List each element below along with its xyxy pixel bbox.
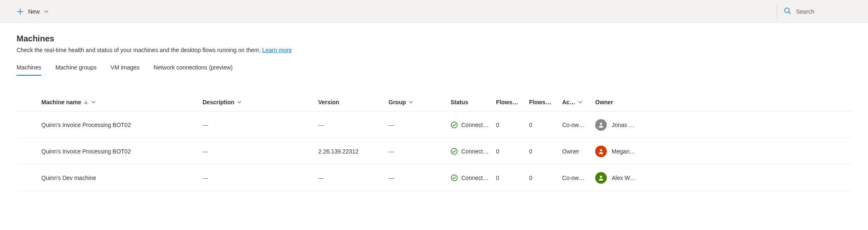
tab-machines[interactable]: Machines [17,61,41,76]
col-flows-queued-label: Flows… [529,99,551,105]
table-row[interactable]: Quinn's Invoice Processing BOT02—2.26.13… [17,138,851,165]
status-connected-icon [451,148,458,155]
plus-icon [17,8,24,15]
group-text: — [389,122,394,128]
page-subtitle: Check the real-time health and status of… [17,47,851,53]
cell-flows-running: 0 [496,148,529,155]
page-title: Machines [17,34,851,43]
cell-owner[interactable]: Jonas … [595,119,835,131]
flows-running-text: 0 [496,122,499,128]
cell-group: — [389,122,451,128]
col-access-label: Ac… [562,99,575,105]
flows-queued-text: 0 [529,175,532,181]
svg-point-2 [600,122,602,125]
group-text: — [389,148,394,155]
col-flows-running-label: Flows… [496,99,518,105]
command-bar-divider [777,5,777,18]
cell-machine-name[interactable]: Quinn's Dev machine [41,175,203,181]
svg-point-6 [600,175,602,177]
cell-status: Connect… [451,121,496,129]
new-button[interactable]: New [17,8,49,15]
svg-point-4 [600,149,602,151]
sort-asc-icon [83,100,88,105]
cell-flows-queued: 0 [529,148,562,155]
cell-description: — [203,122,318,128]
flows-running-text: 0 [496,148,499,155]
svg-point-5 [451,175,457,180]
chevron-down-icon [44,9,49,14]
avatar [595,119,607,131]
tab-netconn[interactable]: Network connections (preview) [154,61,233,76]
col-owner-label: Owner [595,99,613,105]
cell-status: Connect… [451,148,496,155]
search-icon [784,7,791,16]
status-text: Connect… [461,148,489,155]
col-machine-name[interactable]: Machine name [41,99,203,105]
avatar [595,146,607,157]
version-text: — [318,175,324,181]
flows-running-text: 0 [496,175,499,181]
col-status-label: Status [451,99,468,105]
col-owner[interactable]: Owner [595,99,835,105]
status-text: Connect… [461,175,489,181]
new-button-label: New [28,8,40,15]
tab-label: VM images [111,64,140,71]
tab-vmimages[interactable]: VM images [111,61,140,76]
chevron-down-icon [578,100,583,105]
page-subtitle-text: Check the real-time health and status of… [17,47,262,53]
owner-name-text: Alex W… [612,175,636,181]
col-machine-name-label: Machine name [41,99,81,105]
cell-access: Owner [562,148,595,155]
svg-point-1 [451,122,457,127]
col-version-label: Version [318,99,339,105]
svg-point-0 [785,8,789,12]
version-text: 2.26.139.22312 [318,148,358,155]
col-flows-running[interactable]: Flows… [496,99,529,105]
svg-point-3 [451,148,457,154]
col-description[interactable]: Description [203,99,318,105]
flows-queued-text: 0 [529,122,532,128]
col-version[interactable]: Version [318,99,389,105]
cell-flows-queued: 0 [529,175,562,181]
search-input[interactable]: Search [781,5,856,17]
description-text: — [203,122,208,128]
cell-owner[interactable]: Alex W… [595,172,835,184]
tabs: MachinesMachine groupsVM imagesNetwork c… [17,61,851,76]
cell-description: — [203,175,318,181]
tab-label: Network connections (preview) [154,64,233,71]
table-row[interactable]: Quinn's Invoice Processing BOT02———Conne… [17,112,851,138]
col-description-label: Description [203,99,234,105]
cell-machine-name[interactable]: Quinn's Invoice Processing BOT02 [41,148,203,155]
col-group-label: Group [389,99,406,105]
machines-table: Machine name Description Version Group [17,93,851,191]
cell-version: — [318,122,389,128]
version-text: — [318,122,324,128]
col-status[interactable]: Status [451,99,496,105]
flows-queued-text: 0 [529,148,532,155]
description-text: — [203,175,208,181]
cell-status: Connect… [451,174,496,182]
machine-name-text: Quinn's Invoice Processing BOT02 [41,122,131,128]
tab-groups[interactable]: Machine groups [55,61,97,76]
group-text: — [389,175,394,181]
status-text: Connect… [461,122,489,128]
cell-access: Co-ow… [562,175,595,181]
tab-label: Machines [17,64,41,71]
access-text: Co-ow… [562,122,584,128]
learn-more-link[interactable]: Learn more [262,47,292,53]
col-group[interactable]: Group [389,99,451,105]
col-flows-queued[interactable]: Flows… [529,99,562,105]
cell-owner[interactable]: Megan… [595,146,835,157]
col-access[interactable]: Ac… [562,99,595,105]
tab-label: Machine groups [55,64,97,71]
cell-flows-queued: 0 [529,122,562,128]
description-text: — [203,148,208,155]
cell-group: — [389,148,451,155]
cell-access: Co-ow… [562,122,595,128]
owner-name-text: Megan… [612,148,635,155]
cell-version: 2.26.139.22312 [318,148,389,155]
search-placeholder: Search [796,8,814,15]
table-row[interactable]: Quinn's Dev machine———Connect…00Co-ow…Al… [17,165,851,191]
cell-machine-name[interactable]: Quinn's Invoice Processing BOT02 [41,122,203,128]
cell-group: — [389,175,451,181]
